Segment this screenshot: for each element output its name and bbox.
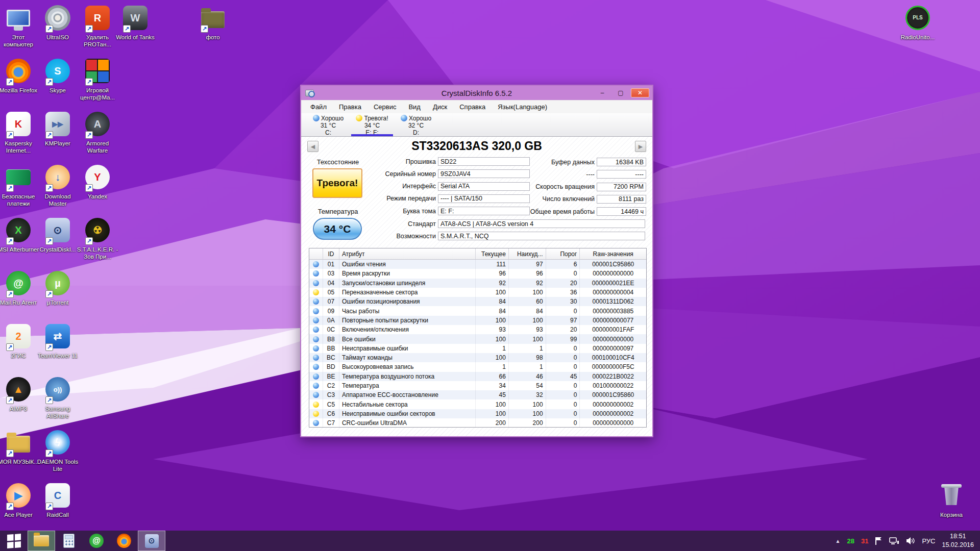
smart-attribute-row[interactable]: BB Неисправимые ошибки 1 1 0 00000000009… — [309, 344, 646, 353]
drive-tab-c[interactable]: Хорошо 31 °C C: — [306, 113, 350, 136]
menu-item[interactable]: Вид — [402, 101, 427, 113]
taskbar-item-firefox[interactable] — [110, 531, 138, 551]
desktop-icon-skype[interactable]: S ↗ Skype — [36, 57, 79, 94]
smart-attribute-row[interactable]: C3 Аппаратное ECC-восстановление 45 32 0… — [309, 390, 646, 399]
desktop-icon-ultraiso[interactable]: ↗ UltraISO — [36, 4, 79, 41]
desktop-icon-yandex[interactable]: Y ↗ Yandex — [76, 163, 119, 200]
attribute-worst: 54 — [509, 381, 546, 390]
attribute-name: Неисправимые ошибки — [339, 344, 476, 353]
attribute-current: 84 — [476, 297, 509, 306]
attribute-current: 92 — [476, 279, 509, 288]
desktop-icon-raidcall[interactable]: C ↗ RaidCall — [36, 482, 79, 518]
desktop-icon-armored-warfare[interactable]: A ↗ Armored Warfare — [76, 110, 119, 155]
menu-item[interactable]: Язык(Language) — [492, 101, 553, 113]
smart-attribute-row[interactable]: 07 Ошибки позиционирования 84 60 30 0000… — [309, 297, 646, 306]
desktop-icon-world-of-tanks[interactable]: W ↗ World of Tanks — [114, 4, 157, 41]
desktop-icon-aimp3[interactable]: ▲ ↗ AIMP3 — [0, 375, 40, 412]
desktop-icon-kaspersky[interactable]: K ↗ Kaspersky Internet... — [0, 110, 40, 155]
smart-attribute-row[interactable]: C5 Нестабильные сектора 100 100 0 000000… — [309, 399, 646, 409]
menu-item[interactable]: Правка — [333, 101, 368, 113]
smart-attribute-row[interactable]: C7 CRC-ошибки UltraDMA 200 200 0 0000000… — [309, 418, 646, 428]
desktop-icon-kmplayer[interactable]: ▶▶ ↗ KMPlayer — [36, 110, 79, 147]
attribute-worst: 93 — [509, 325, 546, 334]
smart-attribute-row[interactable]: 04 Запуски/остановки шпинделя 92 92 20 0… — [309, 279, 646, 288]
desktop-icon-utorrent[interactable]: µ ↗ µTorrent — [36, 269, 79, 306]
field-label: Общее время работы — [525, 208, 595, 215]
close-button[interactable]: ✕ — [631, 88, 649, 97]
attribute-worst: 32 — [509, 390, 546, 399]
shortcut-arrow-icon: ↗ — [45, 25, 53, 33]
taskbar-item-calc[interactable] — [55, 531, 83, 551]
desktop-icon-samsung-allshare[interactable]: o)) ↗ Samsung AllShare — [36, 375, 79, 420]
action-center-flag-icon[interactable] — [875, 537, 883, 545]
desktop-icon-mailru-agent[interactable]: @ ↗ Mail.Ru Агент — [0, 269, 40, 306]
desktop-icon-teamviewer[interactable]: ⇄ ↗ TeamViewer 11 — [36, 322, 79, 359]
menu-item[interactable]: Диск — [427, 101, 453, 113]
desktop-icon-game-center[interactable]: ↗ Игровой центр@Ma... — [76, 57, 119, 102]
attribute-raw-value: 000001C95860 — [580, 260, 646, 269]
smart-attribute-row[interactable]: 09 Часы работы 84 84 0 000000003885 — [309, 306, 646, 315]
field-row: Интерфейс Serial ATA — [301, 182, 532, 191]
attribute-name: Ошибки позиционирования — [339, 297, 476, 306]
menu-item[interactable]: Файл — [304, 101, 333, 113]
maximize-button[interactable]: ▢ — [612, 88, 629, 97]
desktop-icon-uninstall-protanks[interactable]: R ↗ Удалить PROТан... — [76, 4, 119, 48]
smart-attribute-row[interactable]: BC Таймаут команды 100 98 0 000100010CF4 — [309, 353, 646, 362]
desktop-icon-2gis[interactable]: 2 ↗ 2ГИС — [0, 322, 40, 359]
smart-attribute-row[interactable]: C2 Температура 34 54 0 001000000022 — [309, 381, 646, 390]
drive-tab-d[interactable]: Хорошо 32 °C D: — [394, 113, 438, 136]
tray-expand-icon[interactable]: ▲ — [836, 538, 841, 544]
field-label: ---- — [525, 171, 595, 178]
taskbar-item-explorer[interactable] — [28, 531, 55, 551]
window-content: ◀ ▶ ST3320613AS 320,0 GB Техсостояние Тр… — [301, 137, 652, 436]
desktop-icon-download-master[interactable]: ↓ ↗ Download Master — [36, 163, 79, 208]
desktop-icon-radiounitol[interactable]: PLS RadioUnito... — [896, 4, 939, 41]
desktop-icon-photo-folder[interactable]: ↗ фото — [191, 4, 234, 41]
tray-temp-green[interactable]: 28 — [847, 537, 854, 545]
attribute-name: Включения/отключения — [339, 325, 476, 334]
smart-attribute-row[interactable]: 0C Включения/отключения 93 93 20 0000000… — [309, 325, 646, 334]
network-icon[interactable] — [889, 537, 899, 545]
attribute-raw-value: 000000000097 — [580, 344, 646, 353]
smart-attribute-row[interactable]: BE Температура воздушного потока 66 46 4… — [309, 372, 646, 381]
desktop-icon-label: Ace Player — [4, 511, 33, 518]
minimize-button[interactable]: – — [594, 88, 610, 97]
drive-temp-text: 31 °C — [321, 122, 336, 129]
desktop-icon-recycle-bin[interactable]: Корзина — [930, 482, 973, 518]
system-tray: ▲ 28 31 РУС 18:51 15.02.2016 — [836, 532, 980, 549]
desktop-icon-crystaldiskinfo-shortcut[interactable]: ⊙ ↗ CrystalDiskI... — [36, 216, 79, 253]
smart-attribute-row[interactable]: B8 Все ошибки 100 100 99 000000000000 — [309, 334, 646, 343]
volume-icon[interactable] — [906, 537, 915, 545]
menu-item[interactable]: Сервис — [368, 101, 403, 113]
attribute-threshold: 20 — [546, 279, 580, 288]
smart-attribute-row[interactable]: BD Высокоуровневая запись 1 1 0 00000000… — [309, 362, 646, 371]
smart-attribute-row[interactable]: 05 Переназначенные сектора 100 100 36 00… — [309, 288, 646, 297]
tray-temp-red[interactable]: 31 — [861, 537, 868, 545]
desktop-icon-my-music-folder[interactable]: ↗ МОЯ МУЗЫК... — [0, 429, 40, 465]
desktop-icon-secure-payments[interactable]: ↗ Безопасные платежи — [0, 163, 40, 208]
taskbar-item-mailru[interactable]: @ — [83, 531, 110, 551]
attribute-name: Аппаратное ECC-восстановление — [339, 390, 476, 399]
smart-attribute-row[interactable]: 0A Повторные попытки раскрутки 100 100 9… — [309, 316, 646, 325]
desktop-icon-stalker[interactable]: ☢ ↗ S.T.A.L.K.E.R. - Зов При... — [76, 216, 119, 261]
smart-attribute-row[interactable]: 03 Время раскрутки 96 96 0 000000000000 — [309, 269, 646, 278]
menu-item[interactable]: Справка — [453, 101, 492, 113]
attribute-current: 100 — [476, 288, 509, 297]
smart-attribute-row[interactable]: C6 Неисправимые ошибки секторов 100 100 … — [309, 409, 646, 418]
attribute-name: Все ошибки — [339, 334, 476, 343]
attribute-status-dot — [313, 373, 319, 380]
desktop-icon-this-pc[interactable]: Этот компьютер — [0, 4, 40, 48]
smart-attribute-row[interactable]: 01 Ошибки чтения 111 97 6 000001C95860 — [309, 260, 646, 269]
taskbar-item-cdi[interactable]: ⊙ — [138, 531, 165, 551]
taskbar-clock[interactable]: 18:51 15.02.2016 — [942, 532, 974, 549]
desktop-icon-msi-afterburner[interactable]: X ↗ MSI Afterburner — [0, 216, 40, 253]
language-indicator[interactable]: РУС — [922, 537, 935, 545]
titlebar[interactable]: CrystalDiskInfo 6.5.2 – ▢ ✕ — [301, 86, 652, 100]
desktop-icon-ace-player[interactable]: ▶ ↗ Ace Player — [0, 482, 40, 518]
desktop-icon-daemon-tools[interactable]: ϟ ↗ DAEMON Tools Lite — [36, 429, 79, 473]
drive-tab-ef[interactable]: Тревога! 34 °C E: F: — [350, 113, 394, 136]
attribute-status-dot — [313, 327, 319, 333]
taskbar-item-start[interactable] — [0, 531, 28, 551]
desktop-icon-firefox[interactable]: ↗ Mozilla Firefox — [0, 57, 40, 94]
desktop-icon-label: Игровой центр@Ma... — [76, 87, 119, 102]
